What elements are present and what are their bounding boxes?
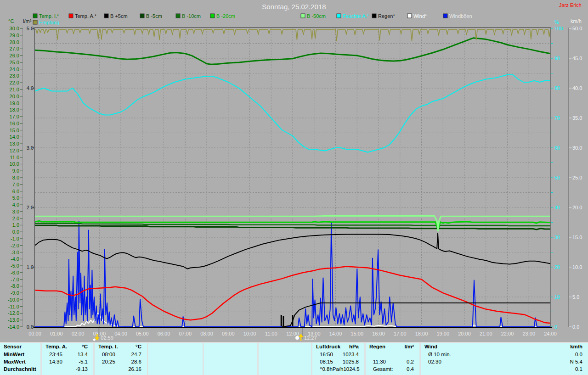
hour-label: 11:00 (265, 331, 277, 336)
celsius-tick-label: 16.0 (10, 121, 19, 126)
hour-label: 07:00 (179, 331, 192, 336)
legend-swatch-temp-a- (69, 14, 73, 18)
stat-time (366, 351, 373, 358)
hour-label: 05:00 (136, 331, 149, 336)
weather-app-window: 30.029.028.027.026.025.024.023.022.021.0… (0, 0, 588, 375)
percent-tick-label: 0 (554, 324, 557, 330)
celsius-tick-label: -11.0 (8, 304, 19, 309)
kmh-tick-label: 30.0 (572, 145, 582, 151)
celsius-tick-label: -12.0 (8, 310, 19, 316)
legend-swatch-b-5cm (140, 14, 144, 18)
celsius-tick-label: -2.0 (11, 243, 19, 248)
celsius-tick-label: -1.0 (11, 236, 19, 241)
stat-row: 08:151025.8 (312, 358, 364, 365)
stat-time: 14:30 (42, 358, 62, 365)
legend-swatch-feuchte-a- (337, 14, 341, 18)
celsius-tick-label: 30.0 (10, 26, 19, 31)
axis-header-kmh: km/h (571, 18, 582, 24)
celsius-tick-label: -9.0 (11, 290, 19, 296)
celsius-tick-label: 3.0 (12, 209, 19, 214)
stat-row: ^0.8hPa/h1024.5 (312, 365, 364, 373)
kmh-tick-label: 40.0 (572, 85, 582, 91)
panel-header: LuftdruckhPa (312, 343, 364, 351)
celsius-tick-label: 18.0 (10, 107, 19, 112)
stat-time: 08:15 (312, 358, 333, 365)
stat-time (421, 365, 428, 373)
stat-time: 08:00 (95, 351, 115, 358)
row-label: Durchschnitt (0, 365, 40, 373)
hour-label: 10:00 (243, 331, 256, 336)
hour-label: 09:00 (222, 331, 235, 336)
liters-tick-label: 2.0 (27, 205, 34, 210)
liters-tick-label: 0.0 (27, 324, 34, 330)
celsius-tick-label: 8.0 (12, 175, 19, 180)
kmh-tick-label: 0.0 (572, 324, 579, 330)
celsius-tick-label: 1.0 (12, 222, 19, 228)
percent-tick-label: 70 (554, 115, 560, 121)
stat-time (42, 365, 49, 373)
stat-value: 1024.5 (343, 365, 364, 373)
kmh-tick-label: 50.0 (572, 26, 582, 31)
celsius-tick-label: 26.0 (10, 53, 19, 58)
celsius-tick-label: 27.0 (10, 46, 19, 51)
hour-label: 20:00 (458, 331, 471, 336)
stat-row: 20:2528.6 (95, 358, 147, 365)
kmh-tick-label: 10.0 (572, 264, 582, 270)
hour-label: 01:00 (50, 331, 63, 336)
legend-label: Regen* (378, 13, 395, 19)
celsius-tick-label: 2.0 (12, 216, 19, 221)
liters-tick-label: 3.0 (27, 145, 34, 151)
marker-dot-icon (295, 336, 299, 340)
stat-row: 0.1 (421, 365, 588, 373)
legend-label: Wind* (413, 13, 427, 19)
sensor-unit: hPa (349, 343, 364, 351)
percent-tick-label: 90 (554, 56, 560, 61)
stat-value: 1023.4 (343, 351, 364, 358)
sensor-unit: °C (136, 343, 147, 351)
celsius-tick-label: -4.0 (11, 256, 19, 262)
sensor-title: Temp. I. (95, 343, 118, 351)
axis-header-percent: % (554, 19, 559, 25)
table-panel-wind: Windkm/hØ 10 min.0.002:30N 5.40.1 (421, 343, 588, 375)
hour-label: 04:00 (114, 331, 127, 336)
stat-value: 1025.8 (343, 358, 364, 365)
hour-label: 15:00 (351, 331, 363, 336)
celsius-tick-label: 24.0 (10, 67, 19, 72)
celsius-tick-label: -6.0 (11, 270, 19, 275)
marker-time-label: 02:59 (101, 335, 113, 341)
legend-swatch-temp-i- (33, 14, 37, 18)
kmh-tick-label: 5.0 (572, 294, 579, 300)
row-label: MinWert (0, 351, 40, 358)
row-label: MaxWert (0, 358, 40, 365)
kmh-tick-label: 45.0 (572, 56, 582, 61)
celsius-tick-label: 9.0 (12, 168, 19, 174)
stat-time: ^0.8hPa/h (312, 365, 343, 373)
percent-tick-label: 10 (554, 294, 560, 300)
legend-swatch-b-5cm (104, 14, 108, 18)
hour-label: 00:00 (28, 331, 41, 336)
axis-header-celsius: °C (8, 18, 14, 24)
hour-label: 21:00 (480, 331, 492, 336)
celsius-tick-label: 12.0 (10, 148, 19, 153)
sensor-unit: km/h (570, 343, 588, 351)
stat-value: 28.6 (131, 358, 147, 365)
stat-row: 08:0024.7 (95, 351, 147, 358)
celsius-tick-label: 0.0 (12, 229, 19, 235)
kmh-tick-label: 25.0 (572, 175, 582, 180)
celsius-tick-label: 17.0 (10, 114, 19, 119)
legend-swatch-windb-en (443, 14, 447, 18)
kmh-tick-label: 35.0 (572, 115, 582, 121)
weather-chart-svg: 30.029.028.027.026.025.024.023.022.021.0… (0, 0, 588, 342)
table-panel-row-labels: SensorMinWertMaxWertDurchschnitt (0, 343, 40, 375)
celsius-tick-label: 14.0 (10, 134, 19, 140)
stat-row: 14:30-5.1 (42, 358, 93, 365)
celsius-tick-label: 5.0 (12, 195, 19, 201)
table-panel-empty-5 (259, 343, 311, 375)
hour-label: 06:00 (158, 331, 170, 336)
kmh-tick-label: 15.0 (572, 235, 582, 240)
table-panel-temp-a-: Temp. A.°C23:45-13.414:30-5.1-9.13 (42, 343, 93, 375)
stat-row: -9.13 (42, 365, 93, 373)
legend-swatch-b-50cm (301, 14, 305, 18)
hour-label: 17:00 (394, 331, 407, 336)
panel-header: Temp. A.°C (42, 343, 93, 351)
